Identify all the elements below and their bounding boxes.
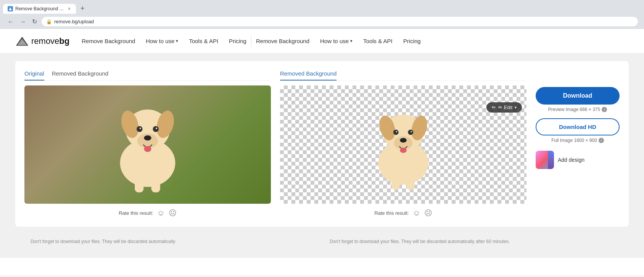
svg-point-22	[400, 148, 407, 153]
svg-point-23	[393, 130, 399, 135]
svg-marker-0	[9, 7, 12, 10]
svg-rect-27	[391, 175, 399, 190]
tab-title: Remove Background from Imag…	[15, 6, 65, 11]
svg-point-13	[156, 127, 157, 129]
site-header: removebg Remove Background How to use ▾ …	[0, 29, 644, 53]
rate-label-left: Rate this result:	[119, 210, 153, 216]
removed-bg-image-wrapper: ✏ ✏ Edit ▾	[280, 85, 526, 204]
download-hd-button[interactable]: Download HD	[536, 118, 620, 135]
svg-rect-15	[151, 176, 160, 192]
tab-original[interactable]: Original	[24, 70, 44, 81]
nav-how-to-use-1[interactable]: How to use ▾	[146, 38, 178, 44]
svg-point-25	[408, 130, 413, 135]
svg-point-9	[144, 146, 151, 152]
full-info-icon: i	[599, 138, 604, 143]
smile-button-left[interactable]: ☺	[157, 209, 164, 217]
refresh-button[interactable]: ↻	[31, 16, 39, 27]
design-thumbnail-inner	[548, 151, 554, 169]
edit-button[interactable]: ✏ ✏ Edit ▾	[486, 102, 522, 113]
svg-point-21	[400, 138, 407, 143]
nav-pricing-2[interactable]: Pricing	[403, 38, 421, 44]
original-image-wrapper	[24, 85, 271, 204]
add-design-row[interactable]: Add design	[536, 151, 620, 169]
nav-tools-api-2[interactable]: Tools & API	[363, 38, 393, 44]
rate-label-right: Rate this result:	[374, 210, 409, 216]
address-bar[interactable]: 🔒 remove.bg/upload	[42, 17, 638, 26]
add-design-label: Add design	[558, 157, 584, 163]
svg-rect-28	[407, 175, 415, 190]
svg-point-12	[153, 126, 159, 132]
main-content: Original Removed Background	[0, 53, 644, 258]
full-image-info: Full Image 1600 × 900 i	[536, 138, 620, 143]
primary-nav: Remove Background How to use ▾ Tools & A…	[82, 38, 246, 44]
logo-text: removebg	[31, 36, 69, 46]
download-button[interactable]: Download	[536, 87, 620, 105]
svg-point-10	[137, 126, 142, 132]
actions-sidebar: Download Preview Image 666 × 375 i Downl…	[536, 70, 620, 169]
design-thumbnail	[536, 151, 554, 169]
frown-button-right[interactable]: ☹	[424, 208, 432, 217]
forward-button[interactable]: →	[18, 17, 27, 27]
chevron-down-icon: ▾	[176, 39, 178, 43]
back-button[interactable]: ←	[6, 17, 15, 27]
tab-removed-right[interactable]: Removed Background	[280, 70, 336, 81]
results-container: Original Removed Background	[15, 61, 629, 227]
nav-separator	[251, 35, 251, 47]
original-panel-tabs: Original Removed Background	[24, 70, 271, 81]
removed-panel-tabs: Removed Background	[280, 70, 526, 81]
footer-note-left: Don't forget to download your files. The…	[31, 239, 314, 244]
nav-remove-background-1[interactable]: Remove Background	[82, 38, 135, 44]
new-tab-button[interactable]: +	[77, 3, 88, 14]
pencil-icon: ✏	[492, 105, 496, 110]
address-text: remove.bg/upload	[54, 19, 94, 24]
footer-note-right: Don't forget to download your files. The…	[330, 239, 613, 244]
secondary-nav: Remove Background How to use ▾ Tools & A…	[256, 38, 421, 44]
svg-point-11	[140, 127, 141, 129]
lock-icon: 🔒	[46, 19, 52, 24]
svg-point-24	[396, 131, 398, 132]
original-dog-image	[24, 85, 271, 204]
svg-rect-14	[135, 176, 143, 192]
frown-button-left[interactable]: ☹	[169, 208, 177, 217]
logo[interactable]: removebg	[15, 36, 69, 47]
original-rate-row: Rate this result: ☺ ☹	[24, 208, 271, 217]
nav-remove-background-2[interactable]: Remove Background	[256, 38, 309, 44]
preview-info-icon: i	[602, 107, 607, 112]
browser-tab[interactable]: Remove Background from Imag… ×	[3, 4, 76, 14]
panels-row: Original Removed Background	[24, 70, 620, 217]
footer-bar: Don't forget to download your files. The…	[15, 233, 629, 250]
edit-label: ✏ Edit	[498, 105, 512, 110]
preview-info: Preview Image 666 × 375 i	[536, 107, 620, 112]
tab-favicon	[8, 6, 13, 11]
nav-tools-api-1[interactable]: Tools & API	[189, 38, 218, 44]
nav-pricing-1[interactable]: Pricing	[229, 38, 246, 44]
nav-how-to-use-2[interactable]: How to use ▾	[320, 38, 353, 44]
smile-button-right[interactable]: ☺	[412, 209, 420, 217]
tab-close-button[interactable]: ×	[67, 6, 71, 11]
removed-rate-row: Rate this result: ☺ ☹	[280, 208, 526, 217]
svg-point-8	[144, 135, 151, 141]
edit-chevron-icon: ▾	[515, 105, 517, 110]
removed-bg-panel: Removed Background ✏ ✏ Edit ▾	[280, 70, 526, 217]
chevron-down-icon-2: ▾	[350, 39, 353, 43]
tab-removed-left[interactable]: Removed Background	[52, 70, 108, 81]
original-panel: Original Removed Background	[24, 70, 271, 217]
svg-point-26	[411, 131, 412, 132]
